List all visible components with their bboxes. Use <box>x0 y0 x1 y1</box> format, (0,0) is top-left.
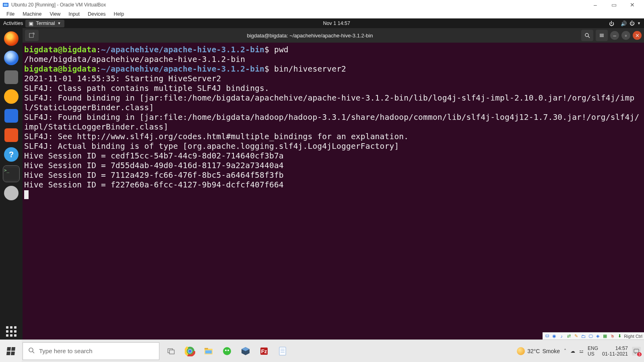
network-icon[interactable]: ⏻⠀ <box>609 21 618 27</box>
vbox-minimize-button[interactable]: – <box>586 0 605 10</box>
terminal-header: bigdata@bigdata: ~/apachehive/apache-hiv… <box>23 28 644 43</box>
hamburger-menu-button[interactable] <box>596 30 608 41</box>
svg-rect-19 <box>205 350 212 354</box>
activities-button[interactable]: Activities <box>3 21 23 26</box>
tray-notifications[interactable]: 3 <box>632 347 641 356</box>
svg-line-4 <box>588 36 590 38</box>
chevron-down-icon: ▼ <box>58 21 61 25</box>
dock-cdrom[interactable] <box>3 185 19 201</box>
window-close-button[interactable]: ✕ <box>633 31 642 40</box>
app-menu-label: Terminal <box>36 21 55 26</box>
output-line: SLF4J: Class path contains multiple SLF4… <box>24 84 269 93</box>
window-maximize-button[interactable]: ▫ <box>621 31 630 40</box>
output-line: Hive Session ID = 7112a429-fc66-476f-8bc… <box>24 171 284 180</box>
status-optical-icon[interactable]: ◉ <box>551 333 557 339</box>
dock-software[interactable] <box>3 127 19 143</box>
tray-clock[interactable]: 14:57 01-11-2021 <box>602 346 628 357</box>
notification-badge: 3 <box>637 352 642 356</box>
status-hdd-icon[interactable]: ⛁ <box>544 333 550 339</box>
virtualbox-title-bar: Ubuntu 20 [Running] - Oracle VM VirtualB… <box>0 0 644 10</box>
guest-area: ? >_ bigdata@bigdata: ~/apachehive/apach… <box>0 28 644 339</box>
status-display-icon[interactable]: 🖵 <box>588 333 593 339</box>
virtualbox-title-text: Ubuntu 20 [Running] - Oracle VM VirtualB… <box>11 2 106 8</box>
prompt-path-2: ~/apachehive/apache-hive-3.1.2-bin <box>101 64 264 74</box>
dock-terminal[interactable]: >_ <box>3 166 19 182</box>
command-1: pwd <box>274 45 289 54</box>
search-icon <box>28 347 35 355</box>
search-placeholder-text: Type here to search <box>39 348 93 354</box>
tray-onedrive-icon[interactable]: ☁ <box>570 348 575 354</box>
status-net-icon[interactable]: ⇄ <box>566 333 572 339</box>
clock-label[interactable]: Nov 1 14:57 <box>64 21 609 26</box>
svg-rect-27 <box>279 347 286 355</box>
menu-view[interactable]: View <box>45 10 64 18</box>
status-audio-icon[interactable]: ♪ <box>559 333 564 339</box>
menu-input[interactable]: Input <box>64 10 84 18</box>
menu-devices[interactable]: Devices <box>84 10 109 18</box>
svg-rect-18 <box>204 348 208 350</box>
ubuntu-top-bar: Activities ▣ Terminal ▼ Nov 1 14:57 ⏻⠀ 🔊… <box>0 19 644 28</box>
tray-chevron-icon[interactable]: ˄ <box>564 348 566 354</box>
menu-help[interactable]: Help <box>110 10 128 18</box>
taskbar-filezilla[interactable]: Fz <box>258 345 270 358</box>
weather-temp: 32°C <box>527 348 540 354</box>
system-tray: 32°C Smoke ˄ ☁ ⚍ ENG US 14:57 01-11-2021… <box>517 346 644 357</box>
dock-firefox[interactable] <box>3 31 19 47</box>
menu-file[interactable]: File <box>2 10 19 18</box>
status-mouse-icon[interactable]: 🖰 <box>609 333 615 339</box>
host-key-label: Right Ctrl <box>624 334 642 339</box>
svg-rect-2 <box>29 33 33 37</box>
menu-machine[interactable]: Machine <box>19 10 45 18</box>
vbox-close-button[interactable]: ✕ <box>623 0 642 10</box>
svg-point-20 <box>223 347 231 355</box>
taskbar-explorer[interactable] <box>202 345 215 358</box>
dock-files[interactable] <box>3 69 19 85</box>
output-line: SLF4J: Found binding in [jar:file:/home/… <box>24 113 639 132</box>
vbox-maximize-button[interactable]: ▭ <box>605 0 623 10</box>
virtualbox-menu-bar: File Machine View Input Devices Help <box>0 10 644 19</box>
output-line: Hive Session ID = cedf15cc-54b7-44c9-8d0… <box>24 151 284 160</box>
new-tab-button[interactable] <box>25 30 39 41</box>
taskbar-virtualbox[interactable] <box>239 345 252 358</box>
status-keyboard-icon[interactable]: ⬇ <box>617 333 622 339</box>
output-line: 2021-11-01 14:55:35: Starting HiveServer… <box>24 74 221 83</box>
search-box[interactable]: Type here to search <box>23 342 159 360</box>
status-usb-icon[interactable]: ✎ <box>573 333 579 339</box>
tray-wifi-icon[interactable]: ⚍ <box>579 348 584 354</box>
power-icon[interactable]: ⏻ <box>630 21 635 26</box>
virtualbox-status-bar: ⛁ ◉ ♪ ⇄ ✎ 🗀 🖵 ◈ ▦ 🖰 ⬇ Right Ctrl <box>543 332 644 339</box>
svg-line-9 <box>33 352 34 353</box>
svg-point-22 <box>227 350 229 351</box>
dock-rhythmbox[interactable] <box>3 88 19 105</box>
status-shared-icon[interactable]: 🗀 <box>580 333 586 339</box>
weather-widget[interactable]: 32°C Smoke <box>517 347 560 355</box>
app-menu[interactable]: ▣ Terminal ▼ <box>25 20 64 27</box>
taskbar-app-green[interactable] <box>221 345 233 358</box>
search-button[interactable] <box>581 30 593 41</box>
ubuntu-dock: ? >_ <box>0 28 23 339</box>
svg-rect-11 <box>169 350 174 354</box>
status-chevron-icon[interactable]: ▼ <box>637 21 641 25</box>
taskbar-chrome[interactable] <box>184 345 196 358</box>
start-button[interactable] <box>0 340 22 362</box>
virtualbox-icon <box>2 2 9 8</box>
window-minimize-button[interactable]: – <box>610 31 619 40</box>
taskbar-notepad[interactable] <box>276 345 289 358</box>
terminal-body[interactable]: bigdata@bigdata:~/apachehive/apache-hive… <box>23 43 644 339</box>
dock-thunderbird[interactable] <box>3 50 19 66</box>
tray-language[interactable]: ENG US <box>588 346 598 357</box>
command-2: bin/hiveserver2 <box>274 64 346 74</box>
status-cpu-icon[interactable]: ▦ <box>602 333 608 339</box>
status-record-icon[interactable]: ◈ <box>595 333 601 339</box>
windows-logo-icon <box>6 347 15 355</box>
dock-show-apps[interactable] <box>3 323 19 339</box>
prompt-path: ~/apachehive/apache-hive-3.1.2-bin <box>101 45 264 54</box>
volume-icon[interactable]: 🔊 <box>621 21 627 27</box>
dock-writer[interactable] <box>3 108 19 124</box>
terminal-title: bigdata@bigdata: ~/apachehive/apache-hiv… <box>39 33 581 39</box>
task-view-button[interactable] <box>165 345 178 358</box>
dock-help[interactable]: ? <box>3 146 19 162</box>
svg-point-21 <box>225 350 227 351</box>
windows-taskbar: Type here to search Fz 32°C Smoke ˄ <box>0 339 644 362</box>
prompt-user-2: bigdata@bigdata <box>24 64 96 74</box>
